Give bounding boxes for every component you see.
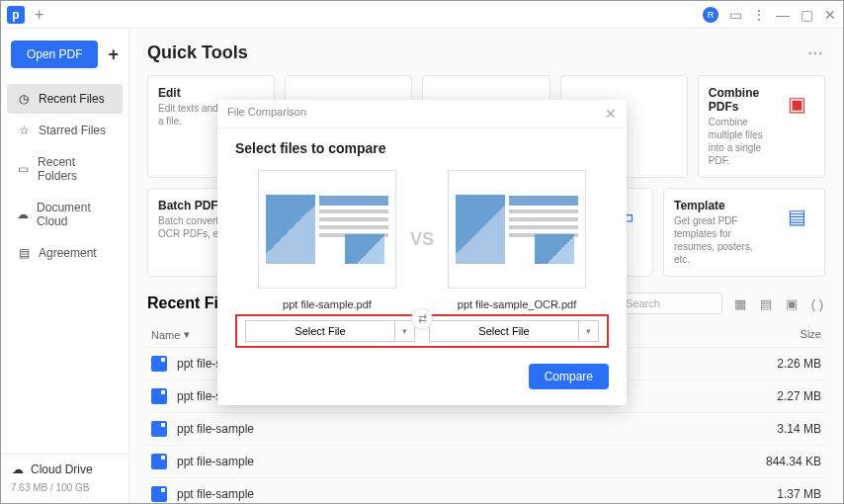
tool-desc: Combine multiple files into a single PDF… xyxy=(709,116,769,167)
template-icon: ▤ xyxy=(779,199,814,234)
new-tab-plus-icon[interactable]: + xyxy=(35,6,43,24)
folder-icon: ▭ xyxy=(17,162,30,176)
file-name: ppt file-sample xyxy=(177,422,604,436)
left-preview[interactable] xyxy=(258,170,396,289)
file-size: 2.27 MB xyxy=(742,389,821,403)
swap-files-icon[interactable]: ⇄ xyxy=(411,308,433,330)
sidebar: Open PDF + ◷ Recent Files ☆ Starred File… xyxy=(1,29,129,503)
pdf-file-icon xyxy=(151,388,167,404)
quick-tools-title: Quick Tools xyxy=(147,42,248,63)
star-icon: ☆ xyxy=(17,124,31,137)
modal-close-icon[interactable]: ✕ xyxy=(605,106,617,122)
user-avatar-icon[interactable]: R xyxy=(703,7,718,23)
sort-caret-icon: ▾ xyxy=(184,328,190,341)
sidebar-item-label: Document Cloud xyxy=(37,201,113,228)
tool-desc: Get great PDF templates for resumes, pos… xyxy=(674,214,769,266)
cloud-icon: ☁ xyxy=(17,208,29,221)
sidebar-item-label: Starred Files xyxy=(39,124,106,137)
app-logo-icon: p xyxy=(7,6,25,24)
file-size: 1.37 MB xyxy=(742,487,821,501)
close-window-icon[interactable]: ✕ xyxy=(823,8,837,22)
file-row[interactable]: ppt file-sample3.14 MB xyxy=(147,413,825,446)
sidebar-item-label: Recent Files xyxy=(39,92,105,106)
left-select-file-button[interactable]: Select File ▾ xyxy=(245,320,415,342)
cloud-drive-label: Cloud Drive xyxy=(31,462,93,476)
pdf-file-icon xyxy=(151,421,167,437)
sidebar-item-label: Recent Folders xyxy=(38,155,113,183)
minimize-icon[interactable]: — xyxy=(776,8,790,22)
document-icon: ▤ xyxy=(17,246,31,260)
open-pdf-button[interactable]: Open PDF xyxy=(11,41,98,68)
sidebar-item-agreement[interactable]: ▤ Agreement xyxy=(7,238,123,268)
titlebar: p + R ▭ ⋮ — ▢ ✕ xyxy=(1,1,843,29)
tool-title: Template xyxy=(674,199,769,212)
storage-usage-text: 7.63 MB / 100 GB xyxy=(11,482,119,493)
right-file-name: ppt file-sample_OCR.pdf xyxy=(448,298,586,310)
tool-card-template[interactable]: Template Get great PDF templates for res… xyxy=(663,188,825,277)
right-select-file-button[interactable]: Select File ▾ xyxy=(429,320,599,342)
calendar-icon[interactable]: ▣ xyxy=(784,295,800,311)
pdf-file-icon xyxy=(151,454,167,469)
right-preview[interactable] xyxy=(448,170,586,289)
chevron-down-icon[interactable]: ▾ xyxy=(579,320,599,342)
sidebar-item-starred-files[interactable]: ☆ Starred Files xyxy=(7,116,123,145)
file-row[interactable]: ppt file-sample1.37 MB xyxy=(147,478,825,503)
sidebar-item-recent-files[interactable]: ◷ Recent Files xyxy=(7,84,123,114)
kebab-menu-icon[interactable]: ⋮ xyxy=(752,8,766,22)
file-name: ppt file-sample xyxy=(177,455,604,468)
grid-view-icon[interactable]: ▤ xyxy=(758,295,774,311)
modal-header: Select files to compare xyxy=(235,140,609,156)
sidebar-item-document-cloud[interactable]: ☁ Document Cloud xyxy=(7,193,123,236)
tool-title: Combine PDFs xyxy=(709,86,769,114)
sidebar-item-recent-folders[interactable]: ▭ Recent Folders xyxy=(7,147,123,191)
file-comparison-modal: File Comparison ✕ Select files to compar… xyxy=(217,100,627,405)
paren-icon[interactable]: ( ) xyxy=(809,295,825,311)
maximize-icon[interactable]: ▢ xyxy=(800,8,813,22)
combine-icon: ▣ xyxy=(779,86,814,122)
cloud-drive-link[interactable]: ☁ Cloud Drive xyxy=(11,462,119,476)
file-size: 3.14 MB xyxy=(742,422,821,436)
left-file-name: ppt file-sample.pdf xyxy=(258,298,396,310)
file-row[interactable]: ppt file-sample844.34 KB xyxy=(147,446,825,478)
search-placeholder: Search xyxy=(626,297,660,309)
clock-icon: ◷ xyxy=(17,92,31,106)
pdf-file-icon xyxy=(151,486,167,502)
tool-title: Edit xyxy=(158,86,264,100)
vs-label: VS xyxy=(410,229,434,250)
file-size: 844.34 KB xyxy=(742,455,821,468)
size-column-header[interactable]: Size xyxy=(742,328,821,341)
tool-card-combine[interactable]: Combine PDFs Combine multiple files into… xyxy=(698,75,825,178)
compare-button[interactable]: Compare xyxy=(529,364,609,389)
list-view-icon[interactable]: ▦ xyxy=(732,295,748,311)
cloud-drive-icon: ☁ xyxy=(11,462,25,476)
modal-title: File Comparison xyxy=(227,106,306,122)
file-name: ppt file-sample xyxy=(177,487,604,501)
quick-tools-more-icon[interactable]: ⋯ xyxy=(807,43,825,62)
file-size: 2.26 MB xyxy=(742,357,821,371)
sidebar-item-label: Agreement xyxy=(39,246,97,260)
chat-icon[interactable]: ▭ xyxy=(728,8,742,22)
pdf-file-icon xyxy=(151,356,167,372)
sidebar-add-icon[interactable]: + xyxy=(108,44,119,65)
